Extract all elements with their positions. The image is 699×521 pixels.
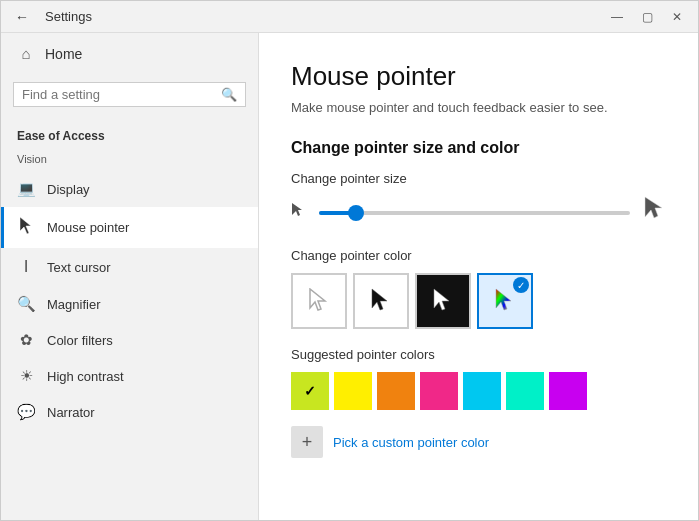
suggested-color-6[interactable] xyxy=(549,372,587,410)
display-label: Display xyxy=(47,182,90,197)
main-content: Mouse pointer Make mouse pointer and tou… xyxy=(259,33,698,520)
suggested-colors: ✓ xyxy=(291,372,666,410)
color-options: ✓ xyxy=(291,273,666,329)
pointer-color-label: Change pointer color xyxy=(291,248,666,263)
pointer-size-slider-row xyxy=(291,196,666,230)
suggested-colors-label: Suggested pointer colors xyxy=(291,347,666,362)
suggested-color-4[interactable] xyxy=(463,372,501,410)
magnifier-label: Magnifier xyxy=(47,297,100,312)
sidebar-item-high-contrast[interactable]: ☀ High contrast xyxy=(1,358,258,394)
inverted-cursor-option[interactable] xyxy=(415,273,471,329)
suggested-color-5[interactable] xyxy=(506,372,544,410)
selected-check-0: ✓ xyxy=(304,383,316,399)
small-cursor-icon xyxy=(291,202,305,224)
text-cursor-label: Text cursor xyxy=(47,260,111,275)
svg-marker-3 xyxy=(310,289,325,310)
pointer-size-label: Change pointer size xyxy=(291,171,666,186)
close-button[interactable]: ✕ xyxy=(664,4,690,30)
home-icon: ⌂ xyxy=(17,45,35,62)
sidebar-home-label: Home xyxy=(45,46,82,62)
mouse-pointer-icon xyxy=(17,216,35,239)
svg-marker-2 xyxy=(645,197,662,218)
black-cursor-option[interactable] xyxy=(353,273,409,329)
suggested-color-1[interactable] xyxy=(334,372,372,410)
narrator-label: Narrator xyxy=(47,405,95,420)
suggested-color-3[interactable] xyxy=(420,372,458,410)
sidebar-item-color-filters[interactable]: ✿ Color filters xyxy=(1,322,258,358)
vision-label: Vision xyxy=(1,149,258,171)
sidebar-item-mouse-pointer[interactable]: Mouse pointer xyxy=(1,207,258,248)
back-button[interactable]: ← xyxy=(9,7,35,27)
display-icon: 💻 xyxy=(17,180,35,198)
add-color-icon: + xyxy=(291,426,323,458)
section-heading: Change pointer size and color xyxy=(291,139,666,157)
search-input[interactable] xyxy=(22,87,215,102)
page-title: Mouse pointer xyxy=(291,61,666,92)
custom-cursor-option[interactable]: ✓ xyxy=(477,273,533,329)
maximize-button[interactable]: ▢ xyxy=(634,4,660,30)
suggested-color-0[interactable]: ✓ xyxy=(291,372,329,410)
pointer-size-slider[interactable] xyxy=(319,211,630,215)
narrator-icon: 💬 xyxy=(17,403,35,421)
search-icon: 🔍 xyxy=(221,87,237,102)
sidebar-item-narrator[interactable]: 💬 Narrator xyxy=(1,394,258,430)
custom-color-row[interactable]: + Pick a custom pointer color xyxy=(291,426,666,458)
mouse-pointer-label: Mouse pointer xyxy=(47,220,129,235)
sidebar-search[interactable]: 🔍 xyxy=(13,82,246,107)
selected-check: ✓ xyxy=(513,277,529,293)
slider-thumb[interactable] xyxy=(348,205,364,221)
large-cursor-icon xyxy=(644,196,666,230)
sidebar-item-display[interactable]: 💻 Display xyxy=(1,171,258,207)
page-subtitle: Make mouse pointer and touch feedback ea… xyxy=(291,100,666,115)
high-contrast-label: High contrast xyxy=(47,369,124,384)
svg-marker-0 xyxy=(20,217,31,234)
svg-marker-6 xyxy=(496,289,511,310)
minimize-button[interactable]: — xyxy=(604,4,630,30)
custom-color-label: Pick a custom pointer color xyxy=(333,435,489,450)
title-bar: ← Settings — ▢ ✕ xyxy=(1,1,698,33)
ease-of-access-label: Ease of Access xyxy=(1,115,258,149)
sidebar-item-home[interactable]: ⌂ Home xyxy=(1,33,258,74)
suggested-color-2[interactable] xyxy=(377,372,415,410)
sidebar-item-text-cursor[interactable]: I Text cursor xyxy=(1,248,258,286)
window-controls: — ▢ ✕ xyxy=(604,4,690,30)
svg-marker-5 xyxy=(434,289,449,310)
color-filters-icon: ✿ xyxy=(17,331,35,349)
color-filters-label: Color filters xyxy=(47,333,113,348)
sidebar: ⌂ Home 🔍 Ease of Access Vision 💻 Display… xyxy=(1,33,259,520)
white-cursor-option[interactable] xyxy=(291,273,347,329)
text-cursor-icon: I xyxy=(17,257,35,277)
svg-marker-4 xyxy=(372,289,387,310)
sidebar-item-magnifier[interactable]: 🔍 Magnifier xyxy=(1,286,258,322)
magnifier-icon: 🔍 xyxy=(17,295,35,313)
svg-marker-1 xyxy=(292,203,302,216)
high-contrast-icon: ☀ xyxy=(17,367,35,385)
window-title: Settings xyxy=(45,9,604,24)
